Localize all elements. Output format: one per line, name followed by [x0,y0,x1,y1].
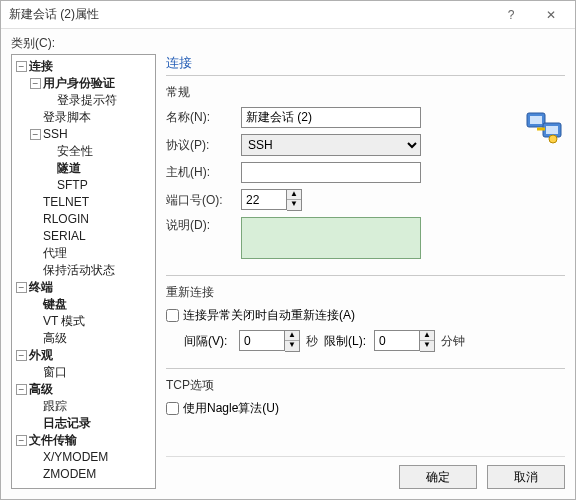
tree-item-vt-mode[interactable]: VT 模式 [30,313,153,330]
tree-item-appearance[interactable]: −外观 [16,347,153,364]
collapse-icon[interactable]: − [16,435,27,446]
interval-input[interactable] [239,330,285,351]
group-tcp: TCP选项 使用Nagle算法(U) [166,368,565,423]
limit-unit: 分钟 [441,333,465,350]
protocol-select[interactable]: SSH [241,134,421,156]
tree-item-tunnel[interactable]: 隧道 [44,160,153,177]
dialog-body: 类别(C): −连接 −用户身份验证 登录提示符 [1,29,575,499]
ok-button[interactable]: 确定 [399,465,477,489]
svg-rect-3 [546,126,558,134]
spin-down-icon[interactable]: ▼ [420,341,434,351]
label-limit: 限制(L): [324,333,374,350]
limit-spinner[interactable]: ▲▼ [374,330,435,352]
dialog-footer: 确定 取消 [166,456,565,489]
label-port: 端口号(O): [166,192,241,209]
tree-item-file-transfer[interactable]: −文件传输 [16,432,153,449]
dialog-window: 新建会话 (2)属性 ? ✕ 类别(C): −连接 −用户身份验证 [0,0,576,500]
tree-item-zmodem[interactable]: ZMODEM [30,466,153,483]
cancel-button[interactable]: 取消 [487,465,565,489]
tree-item-user-auth[interactable]: −用户身份验证 [30,75,153,92]
tree-item-ssh[interactable]: −SSH [30,126,153,143]
tree-item-keepalive[interactable]: 保持活动状态 [30,262,153,279]
tree-item-login-script[interactable]: 登录脚本 [30,109,153,126]
category-label: 类别(C): [11,35,565,52]
port-spinner[interactable]: ▲▼ [241,189,302,211]
section-title: 连接 [166,54,565,76]
group-title-tcp: TCP选项 [166,377,565,394]
spin-down-icon[interactable]: ▼ [285,341,299,351]
connection-icon [525,107,565,147]
tree-item-keyboard[interactable]: 键盘 [30,296,153,313]
tree-item-advanced-term[interactable]: 高级 [30,330,153,347]
label-protocol: 协议(P): [166,137,241,154]
help-button[interactable]: ? [491,2,531,28]
collapse-icon[interactable]: − [30,78,41,89]
tree-item-login-prompt[interactable]: 登录提示符 [44,92,153,109]
tree-item-xymodem[interactable]: X/YMODEM [30,449,153,466]
collapse-icon[interactable]: − [30,129,41,140]
tree-item-rlogin[interactable]: RLOGIN [30,211,153,228]
description-box[interactable] [241,217,421,259]
tree-item-window[interactable]: 窗口 [30,364,153,381]
settings-panel: 连接 常规 名称(N): 协议(P): SSH [166,54,565,489]
limit-input[interactable] [374,330,420,351]
interval-spinner[interactable]: ▲▼ [239,330,300,352]
interval-unit: 秒 [306,333,318,350]
tree-item-connection[interactable]: −连接 [16,58,153,75]
group-title-general: 常规 [166,84,565,101]
label-host: 主机(H): [166,164,241,181]
category-tree[interactable]: −连接 −用户身份验证 登录提示符 登录脚本 − [14,58,153,483]
tree-item-serial[interactable]: SERIAL [30,228,153,245]
label-interval: 间隔(V): [184,333,239,350]
group-general: 常规 名称(N): 协议(P): SSH [166,84,565,265]
label-desc: 说明(D): [166,217,241,234]
auto-reconnect-checkbox[interactable] [166,309,179,322]
collapse-icon[interactable]: − [16,350,27,361]
spin-down-icon[interactable]: ▼ [287,200,301,210]
auto-reconnect-label: 连接异常关闭时自动重新连接(A) [183,307,355,324]
tree-item-logging[interactable]: 日志记录 [30,415,153,432]
collapse-icon[interactable]: − [16,61,27,72]
host-input[interactable] [241,162,421,183]
collapse-icon[interactable]: − [16,384,27,395]
svg-point-4 [549,135,557,143]
tree-item-terminal[interactable]: −终端 [16,279,153,296]
tree-item-telnet[interactable]: TELNET [30,194,153,211]
name-input[interactable] [241,107,421,128]
tree-item-sftp[interactable]: SFTP [44,177,153,194]
titlebar: 新建会话 (2)属性 ? ✕ [1,1,575,29]
svg-rect-2 [530,116,542,124]
nagle-label: 使用Nagle算法(U) [183,400,279,417]
tree-item-advanced[interactable]: −高级 [16,381,153,398]
window-title: 新建会话 (2)属性 [9,6,491,23]
label-name: 名称(N): [166,109,241,126]
group-title-reconnect: 重新连接 [166,284,565,301]
tree-item-trace[interactable]: 跟踪 [30,398,153,415]
tree-item-security[interactable]: 安全性 [44,143,153,160]
nagle-checkbox[interactable] [166,402,179,415]
close-button[interactable]: ✕ [531,2,571,28]
group-reconnect: 重新连接 连接异常关闭时自动重新连接(A) 间隔(V): ▲▼ 秒 限制(L): [166,275,565,358]
collapse-icon[interactable]: − [16,282,27,293]
tree-item-proxy[interactable]: 代理 [30,245,153,262]
category-tree-pane: −连接 −用户身份验证 登录提示符 登录脚本 − [11,54,156,489]
port-input[interactable] [241,189,287,210]
